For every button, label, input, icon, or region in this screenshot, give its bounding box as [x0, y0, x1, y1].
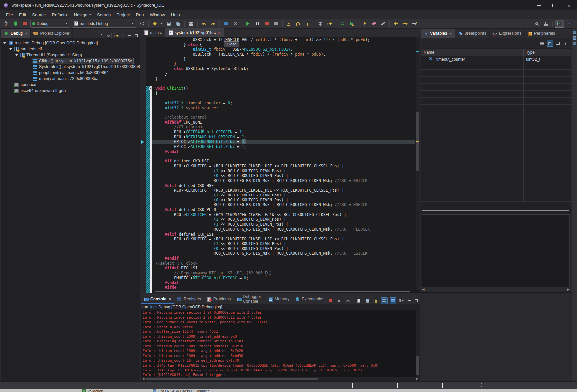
display-selected-console-button[interactable] [390, 297, 396, 304]
maximize-editor-button[interactable] [414, 33, 419, 37]
maximize-view-button[interactable] [134, 34, 138, 38]
tab-registers[interactable]: Registers [174, 294, 204, 304]
minimize-console-button[interactable] [407, 299, 412, 303]
remove-all-launches-button[interactable]: ×× [344, 297, 351, 304]
pin-console-button[interactable] [355, 297, 362, 304]
restore-view-button[interactable] [573, 42, 576, 45]
refresh-debug-button[interactable] [338, 20, 347, 28]
menu-window[interactable]: Window [147, 11, 168, 19]
resume-button[interactable] [244, 20, 252, 28]
maximize-view-button[interactable] [565, 34, 570, 38]
show-logical-structure-button[interactable] [547, 40, 553, 47]
step-over-button[interactable] [294, 20, 302, 28]
tab-console[interactable]: Console× [141, 294, 174, 304]
open-console-button[interactable] [222, 20, 230, 28]
tree-item-main-[interactable]: main() at main.c:72 0x800008ba [1, 76, 140, 82]
open-console-dropdown[interactable] [398, 297, 405, 304]
redo-button[interactable] [209, 20, 217, 28]
menu-help[interactable]: Help [168, 11, 183, 19]
tree-item-thread[interactable]: Thread #1 (Suspended : Step) [1, 52, 140, 58]
tree-item-clkinit-[interactable]: ClkInit() at system_k1921vg015.c:109 0x8… [1, 58, 140, 64]
variables-horizontal-scrollbar[interactable]: ◀ ▶ [421, 287, 571, 292]
menu-edit[interactable]: Edit [16, 11, 29, 19]
drag-handle-icon[interactable] [229, 389, 230, 392]
instruction-stepping-button[interactable]: i [325, 20, 334, 28]
console-vertical-scrollbar[interactable] [416, 310, 420, 377]
nav-back-button[interactable] [392, 20, 400, 28]
run-last-tool-button[interactable] [347, 20, 356, 28]
tab-peripherals[interactable]: Peripherals [525, 29, 558, 38]
column-header-type[interactable]: Type [524, 49, 571, 56]
collapse-all-button[interactable] [555, 40, 561, 47]
variables-table-scrollbar[interactable] [422, 210, 569, 211]
tree-item-systeminit-[interactable]: SystemInit() at system_k1921vg015.c:290 … [1, 64, 140, 70]
last-edit-button[interactable] [410, 20, 419, 28]
collapse-all-button[interactable] [100, 33, 105, 38]
perspective-debug-button[interactable] [555, 20, 564, 28]
terminate-button[interactable] [262, 20, 271, 28]
open-view-grid-button[interactable] [542, 20, 550, 28]
tab-problems[interactable]: Problems [204, 294, 234, 304]
chevron-down-icon[interactable] [160, 23, 163, 24]
scroll-right-icon[interactable]: ▶ [415, 377, 419, 380]
tab-executables[interactable]: Executables [292, 294, 327, 304]
new-wizard-button[interactable] [151, 20, 159, 28]
expander-icon[interactable] [3, 42, 6, 44]
show-stdout-button[interactable] [364, 297, 371, 304]
debug-call-stack-tree[interactable]: run_leds Debug [GDB OpenOCD Debugging]ru… [1, 38, 140, 381]
maximize-console-button[interactable] [414, 299, 418, 303]
trim-separator[interactable] [397, 383, 398, 388]
nav-forward-button[interactable] [401, 20, 410, 28]
launch-mode-combo[interactable]: Debug [30, 20, 70, 28]
drop-to-frame-button[interactable] [316, 20, 325, 28]
drag-handle-icon[interactable] [150, 389, 151, 392]
menu-search[interactable]: Search [94, 11, 113, 19]
menu-refactor[interactable]: Refactor [49, 11, 71, 19]
tree-item-periph-init-[interactable]: periph_init() at main.c:56 0x80000864 [1, 70, 140, 76]
editor-horizontal-scrollbar[interactable] [152, 291, 415, 293]
minimize-button[interactable] [531, 0, 546, 10]
close-icon[interactable]: × [218, 30, 221, 35]
close-icon[interactable]: × [449, 31, 452, 36]
disconnect-button[interactable] [272, 20, 280, 28]
trim-separator[interactable] [442, 383, 443, 388]
menu-navigate[interactable]: Navigate [71, 11, 94, 19]
menu-source[interactable]: Source [29, 11, 49, 19]
launch-config-combo[interactable]: run_leds Debug [72, 20, 136, 28]
maximize-button[interactable] [546, 0, 561, 10]
view-menu-button[interactable]: ⋮ [562, 40, 569, 47]
remove-all-terminated-button[interactable]: ×× [107, 34, 110, 38]
expander-icon[interactable] [15, 54, 18, 56]
tab-variables[interactable]: Variables× [421, 29, 455, 38]
launch-settings-button[interactable] [138, 20, 146, 28]
console-log[interactable]: Info : Padding image section 1 at 0x8000… [141, 310, 416, 377]
tree-item-run-leds[interactable]: run_leds Debug [GDB OpenOCD Debugging] [1, 40, 140, 46]
suspend-button[interactable] [253, 20, 262, 28]
console-horizontal-scrollbar[interactable]: ◀ ▶ [141, 377, 420, 381]
tab-project-explorer[interactable]: Project Explorer [31, 29, 73, 38]
edit-config-button[interactable] [379, 20, 387, 28]
stop-build-button[interactable] [21, 20, 29, 28]
scroll-lock-button[interactable] [373, 297, 379, 304]
erase-flash-button[interactable] [370, 20, 378, 28]
minimize-view-button[interactable] [127, 34, 132, 38]
tab-main-c[interactable]: main.c [141, 28, 165, 37]
close-icon[interactable]: × [169, 297, 171, 302]
save-all-button[interactable] [174, 20, 182, 28]
save-button[interactable] [164, 20, 173, 28]
step-return-button[interactable] [303, 20, 312, 28]
binary-tools-button[interactable] [187, 20, 195, 28]
tab-expressions[interactable]: Expressions [490, 29, 525, 38]
variable-row[interactable]: timeout_counteruint32_t [421, 56, 571, 63]
search-button[interactable] [532, 20, 541, 28]
close-icon[interactable]: × [25, 31, 28, 36]
trim-separator[interactable] [352, 383, 353, 388]
view-menu-icon[interactable]: ⋮ [121, 33, 125, 38]
menu-run[interactable]: Run [133, 11, 147, 19]
restore-view-button[interactable] [573, 31, 576, 34]
tab-debug[interactable]: Debug× [1, 29, 31, 38]
tree-item-run-leds-elf[interactable]: run_leds.elf [1, 46, 140, 52]
editor-vertical-scrollbar[interactable] [416, 37, 420, 290]
flash-device-button[interactable] [360, 20, 369, 28]
minimize-editor-button[interactable] [407, 33, 412, 37]
